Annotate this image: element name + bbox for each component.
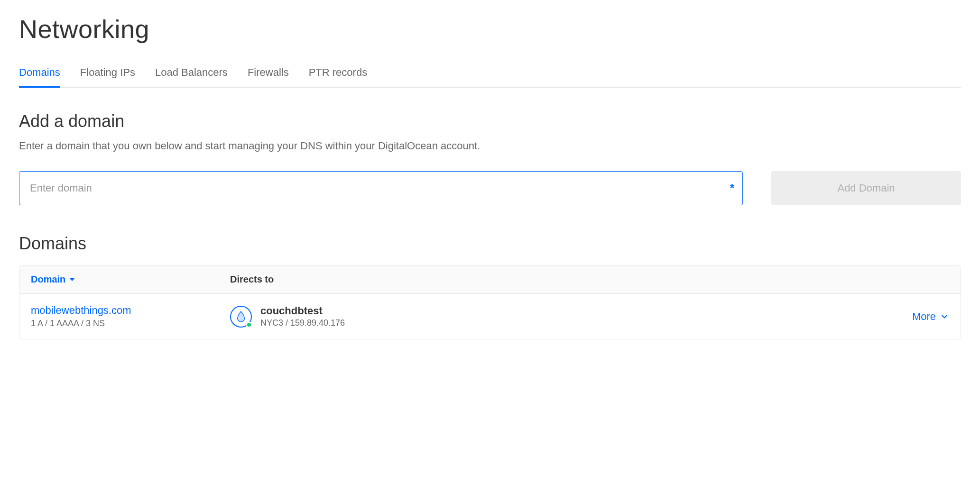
domains-table: Domain Directs to mobilewebthings.com 1 …: [19, 265, 961, 339]
table-header: Domain Directs to: [19, 265, 961, 294]
row-more-menu[interactable]: More: [912, 310, 949, 323]
cell-domain: mobilewebthings.com 1 A / 1 AAAA / 3 NS: [31, 304, 230, 329]
domains-list-heading: Domains: [19, 234, 961, 254]
tab-ptr-records[interactable]: PTR records: [309, 66, 367, 88]
row-more-label: More: [912, 310, 936, 323]
add-domain-button[interactable]: Add Domain: [771, 171, 961, 205]
domain-input-wrap: *: [19, 171, 743, 205]
cell-directs-to: couchdbtest NYC3 / 159.89.40.176: [230, 305, 912, 328]
sort-caret-down-icon: [69, 278, 75, 281]
domain-records-summary: 1 A / 1 AAAA / 3 NS: [31, 319, 230, 329]
droplet-icon: [230, 306, 252, 328]
water-drop-icon: [236, 310, 246, 323]
domain-link[interactable]: mobilewebthings.com: [31, 304, 230, 317]
tabs-nav: Domains Floating IPs Load Balancers Fire…: [19, 66, 961, 88]
droplet-meta: NYC3 / 159.89.40.176: [260, 318, 345, 328]
table-row: mobilewebthings.com 1 A / 1 AAAA / 3 NS …: [19, 294, 961, 339]
tab-floating-ips[interactable]: Floating IPs: [80, 66, 135, 88]
add-domain-row: * Add Domain: [19, 171, 961, 205]
column-header-domain[interactable]: Domain: [31, 274, 230, 285]
droplet-name: couchdbtest: [260, 305, 345, 317]
column-header-domain-label: Domain: [31, 274, 65, 285]
droplet-info: couchdbtest NYC3 / 159.89.40.176: [260, 305, 345, 328]
domain-input[interactable]: [19, 171, 743, 205]
column-header-directs-to: Directs to: [230, 274, 274, 285]
chevron-down-icon: [940, 312, 949, 321]
tab-load-balancers[interactable]: Load Balancers: [155, 66, 228, 88]
page-title: Networking: [19, 14, 961, 44]
tab-domains[interactable]: Domains: [19, 66, 60, 88]
required-star-icon: *: [730, 182, 734, 195]
add-domain-description: Enter a domain that you own below and st…: [19, 140, 961, 152]
add-domain-heading: Add a domain: [19, 111, 961, 131]
status-dot-icon: [246, 322, 252, 328]
tab-firewalls[interactable]: Firewalls: [248, 66, 289, 88]
